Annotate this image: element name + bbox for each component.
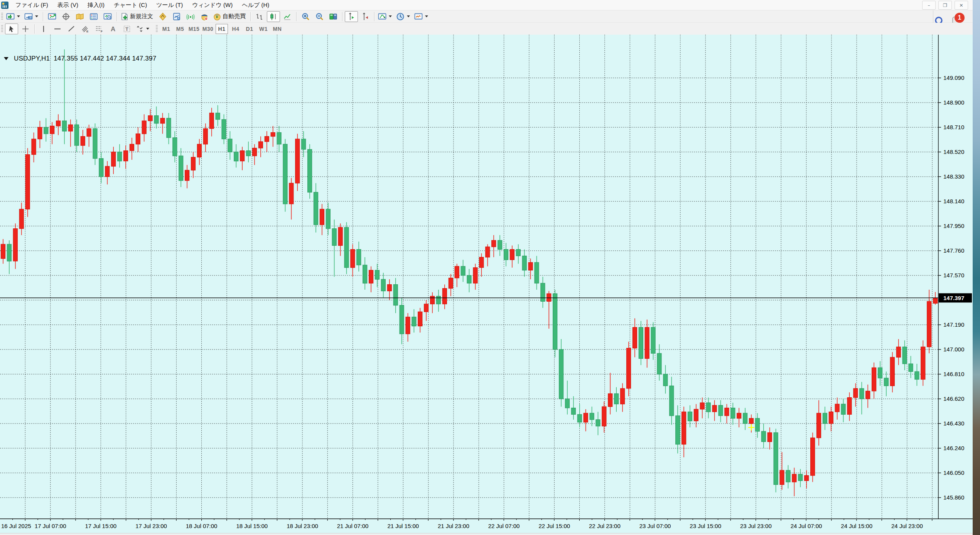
menu-item-4[interactable]: ツール (T) [152,0,187,10]
templates-icon [414,12,423,21]
menu-item-0[interactable]: ファイル (F) [11,0,53,10]
auto-scroll-button[interactable] [345,11,358,22]
indicators-button[interactable] [377,11,394,22]
profiles-button[interactable] [23,11,40,22]
data-window-button[interactable] [59,11,73,22]
menu-item-3[interactable]: チャート (C) [109,0,152,10]
menu-item-5[interactable]: ウィンドウ (W) [187,0,237,10]
status-bar-edge [0,533,973,535]
equidistant-channel-button[interactable]: E [79,24,92,34]
timeframe-button-h4[interactable]: H4 [229,24,242,34]
new-order-button[interactable]: 新規注文 [119,11,155,22]
terminal-icon [89,12,98,21]
desktop: ファイル (F)表示 (V)挿入(I)チャート (C)ツール (T)ウィンドウ … [0,0,980,535]
toolbar-grip[interactable] [156,25,158,33]
tile-windows-button[interactable] [327,11,340,22]
trendline-icon [67,25,76,33]
toolbar-grip[interactable] [1,13,3,20]
chevron-down-icon [35,15,38,17]
chart-shift-button[interactable] [359,11,372,22]
minimize-button[interactable]: – [922,1,936,10]
zoom-in-icon [301,12,310,21]
mt4-window: ファイル (F)表示 (V)挿入(I)チャート (C)ツール (T)ウィンドウ … [0,0,973,535]
arrows-button[interactable] [134,24,152,34]
svg-text:17 Jul 15:00: 17 Jul 15:00 [85,523,116,529]
fibonacci-button[interactable]: F [93,24,106,34]
new-chart-icon [6,12,15,21]
drawing-toolbar: EFAT M1M5M15M30H1H4D1W1MN [0,23,973,35]
text-button[interactable]: A [106,24,120,34]
svg-text:148.330: 148.330 [943,173,964,180]
toolbar-grip[interactable] [1,25,3,33]
vertical-line-button[interactable] [37,24,50,34]
chart-shift-icon [361,12,369,21]
timeframe-button-mn[interactable]: MN [271,24,283,34]
menu-item-1[interactable]: 表示 (V) [53,0,83,10]
svg-text:F: F [101,30,103,33]
chart-area[interactable]: 149.090148.900148.710148.520148.330148.1… [0,35,973,535]
restore-button[interactable]: ❐ [938,1,952,10]
auto-trading-icon [213,12,221,21]
bar-chart-icon [255,12,264,21]
timeframe-button-m30[interactable]: M30 [202,24,214,34]
signals-button[interactable] [184,11,197,22]
metaeditor-icon [159,12,167,21]
toolbar-separator [374,12,374,21]
svg-text:24 Jul 15:00: 24 Jul 15:00 [841,523,872,529]
metaeditor-button[interactable] [156,11,169,22]
chevron-down-icon [17,15,20,17]
line-chart-button[interactable] [281,11,294,22]
svg-text:148.900: 148.900 [943,99,964,106]
strategy-tester-button[interactable] [101,11,114,22]
svg-text:148.140: 148.140 [943,198,964,204]
timeframe-button-m1[interactable]: M1 [160,24,172,34]
chart-dropdown-icon[interactable] [4,57,8,60]
timeframe-button-d1[interactable]: D1 [243,24,256,34]
market-button[interactable] [198,11,211,22]
svg-text:145.860: 145.860 [943,494,964,501]
auto-trading-label: 自動売買 [223,13,247,20]
candlestick-icon [269,12,278,21]
zoom-out-button[interactable] [313,11,326,22]
standard-toolbar: 新規注文自動売買 [0,10,973,23]
cursor-button[interactable] [5,24,18,34]
svg-text:146.050: 146.050 [943,469,964,476]
timeframe-button-w1[interactable]: W1 [257,24,270,34]
svg-text:23 Jul 15:00: 23 Jul 15:00 [690,523,721,529]
templates-button[interactable] [413,11,430,22]
chart-plot[interactable]: 149.090148.900148.710148.520148.330148.1… [0,35,973,535]
trendline-button[interactable] [65,24,78,34]
menu-items: ファイル (F)表示 (V)挿入(I)チャート (C)ツール (T)ウィンドウ … [11,0,274,10]
menu-item-2[interactable]: 挿入(I) [83,0,109,10]
text-label-button[interactable]: T [120,24,133,34]
periods-button[interactable] [395,11,412,22]
navigator-button[interactable] [73,11,86,22]
market-watch-icon [48,12,56,21]
svg-text:148.520: 148.520 [943,149,964,155]
horizontal-line-button[interactable] [51,24,64,34]
notification-badge: 1 [955,13,965,23]
menu-item-6[interactable]: ヘルプ (H) [237,0,274,10]
terminal-button[interactable] [87,11,100,22]
minimize-icon: – [928,3,930,8]
timeframe-button-h1[interactable]: H1 [216,24,228,34]
toolbar-separator [116,12,117,21]
community-button[interactable] [170,11,183,22]
bar-chart-button[interactable] [253,11,266,22]
fibonacci-icon: F [95,25,103,33]
new-chart-button[interactable] [5,11,22,22]
auto-trading-button[interactable]: 自動売買 [212,11,248,22]
timeframe-button-m15[interactable]: M15 [188,24,200,34]
signals-icon [186,12,195,21]
candlestick-button[interactable] [267,11,280,22]
chart-ohlc-values: 147.355 147.442 147.344 147.397 [54,55,156,62]
svg-text:T: T [125,26,128,32]
crosshair-button[interactable] [19,24,32,34]
close-button[interactable]: ✕ [955,1,968,10]
zoom-in-button[interactable] [299,11,312,22]
desktop-wallpaper [973,0,980,535]
data-window-icon [62,12,70,21]
svg-text:147.950: 147.950 [943,223,964,229]
timeframe-button-m5[interactable]: M5 [174,24,186,34]
market-watch-button[interactable] [46,11,59,22]
